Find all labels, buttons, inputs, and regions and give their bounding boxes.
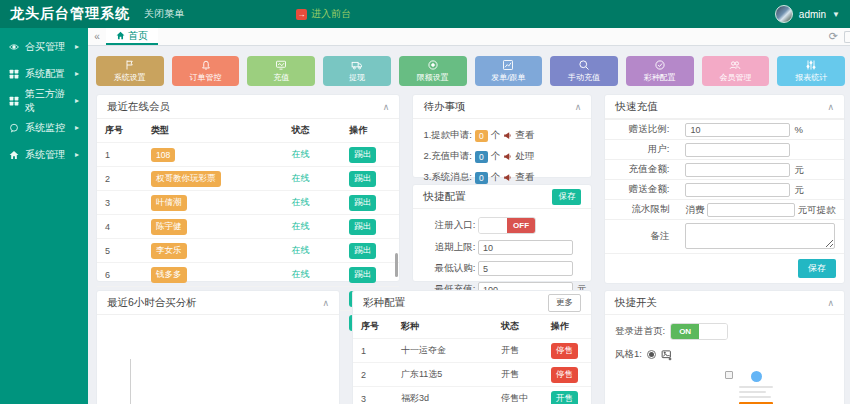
kick-button[interactable]: 踢出 bbox=[349, 147, 376, 163]
collapse-tabs-icon[interactable]: « bbox=[88, 31, 106, 42]
min-subscribe-input[interactable] bbox=[478, 261, 573, 276]
lottery-table: 序号 彩种 状态 操作 1十一运夺金开售停售 2广东11选5开售停售 3福彩3d… bbox=[353, 315, 591, 404]
chase-limit-input[interactable] bbox=[478, 240, 573, 255]
status-text: 在线 bbox=[283, 215, 341, 239]
collapse-icon[interactable]: ∧ bbox=[383, 102, 390, 112]
col-header: 操作 bbox=[543, 315, 591, 339]
sidebar-item-label: 系统配置 bbox=[25, 67, 65, 81]
quick-config-card: 快捷配置 保存 注册入口: OFF bbox=[412, 184, 592, 282]
enter-frontend-label: 进入前台 bbox=[311, 7, 351, 21]
quick-switch-body: 登录进首页: ON 风格1: bbox=[605, 315, 844, 404]
member-name-badge[interactable]: 钱多多 bbox=[151, 267, 187, 283]
save-button[interactable]: 保存 bbox=[552, 189, 581, 205]
table-row: 3叶倩潮在线踢出 bbox=[97, 191, 399, 215]
middle-column: 待办事项 ∧ 1.提款申请: 0 个 查看 bbox=[412, 94, 592, 284]
quick-button-member-manage[interactable]: 会员管理 bbox=[702, 56, 770, 86]
sidebar-item-label: 系统监控 bbox=[25, 121, 65, 135]
col-header: 类型 bbox=[143, 119, 283, 143]
quick-button-withdraw[interactable]: 提现 bbox=[323, 56, 391, 86]
image-add-icon[interactable] bbox=[661, 349, 673, 361]
sidebar-item-system-config[interactable]: 系统配置 ▸ bbox=[0, 60, 88, 87]
quick-button-manual-recharge[interactable]: 手动充值 bbox=[550, 56, 618, 86]
quick-button-lottery-config[interactable]: 彩种配置 bbox=[626, 56, 694, 86]
stop-sale-button[interactable]: 停售 bbox=[551, 367, 578, 383]
collapse-icon[interactable]: ∧ bbox=[322, 298, 329, 308]
quick-button-system-settings[interactable]: 系统设置 bbox=[96, 56, 164, 86]
style-preview-thumbnail[interactable] bbox=[737, 371, 775, 404]
save-button[interactable]: 保存 bbox=[798, 259, 836, 278]
form-row: 赠送比例: % bbox=[605, 120, 844, 140]
enter-frontend-link[interactable]: → 进入前台 bbox=[296, 7, 351, 21]
kick-button[interactable]: 踢出 bbox=[349, 243, 376, 259]
status-text: 停售中 bbox=[493, 387, 543, 404]
sidebar-item-system-monitor[interactable]: 系统监控 ▸ bbox=[0, 114, 88, 141]
search-icon bbox=[578, 59, 590, 71]
more-button[interactable]: 更多 bbox=[548, 294, 581, 312]
username: admin bbox=[799, 9, 826, 20]
toggle-on-label: ON bbox=[671, 324, 699, 339]
table-row: 6钱多多在线踢出 bbox=[97, 263, 399, 287]
scrollbar-thumb[interactable] bbox=[395, 253, 398, 277]
megaphone-icon bbox=[503, 173, 512, 182]
flag-icon bbox=[124, 59, 136, 71]
start-sale-button[interactable]: 开售 bbox=[551, 391, 578, 404]
recharge-amount-input[interactable] bbox=[685, 163, 790, 177]
sidebar-item-label: 合买管理 bbox=[25, 40, 65, 54]
style-radio[interactable] bbox=[647, 350, 656, 359]
user-menu[interactable]: admin ▼ bbox=[775, 5, 840, 23]
megaphone-icon bbox=[503, 152, 512, 161]
refresh-icon[interactable]: ⟳ bbox=[829, 30, 838, 43]
sidebar-item-system-manage[interactable]: 系统管理 ▸ bbox=[0, 141, 88, 168]
thumbnail-marker-icon bbox=[725, 371, 733, 379]
status-text: 在线 bbox=[283, 191, 341, 215]
config-field-row: 追期上限: bbox=[423, 240, 581, 255]
note-textarea[interactable] bbox=[685, 223, 835, 249]
member-name-badge[interactable]: 叶倩潮 bbox=[151, 195, 187, 211]
member-name-badge[interactable]: 李女乐 bbox=[151, 243, 187, 259]
content: 系统设置 订单管控 充值 提现 限额设置 bbox=[88, 46, 850, 404]
member-name-badge[interactable]: 108 bbox=[151, 148, 175, 162]
todo-action-link[interactable]: 查看 bbox=[515, 171, 534, 184]
quick-button-order-control[interactable]: 订单管控 bbox=[172, 56, 240, 86]
card-title: 待办事项 bbox=[423, 100, 465, 114]
user-input[interactable] bbox=[685, 143, 790, 157]
form-row: 用户: bbox=[605, 140, 844, 160]
status-text: 开售 bbox=[493, 339, 543, 363]
login-home-toggle[interactable]: ON bbox=[670, 323, 728, 340]
dashboard-page: 龙头后台管理系统 关闭菜单 → 进入前台 admin ▼ 合买管理 ▸ 系统配置… bbox=[0, 0, 850, 404]
col-header: 序号 bbox=[353, 315, 393, 339]
kick-button[interactable]: 踢出 bbox=[349, 267, 376, 283]
quick-button-report-stats[interactable]: 报表统计 bbox=[777, 56, 845, 86]
tab-menu-icon[interactable] bbox=[844, 31, 850, 43]
chevron-right-icon: ▸ bbox=[75, 96, 79, 105]
home-icon bbox=[116, 31, 125, 40]
todo-action-link[interactable]: 查看 bbox=[515, 129, 534, 142]
card-header: 彩种配置 更多 bbox=[353, 291, 591, 315]
bonus-amount-input[interactable] bbox=[685, 183, 790, 197]
quick-recharge-card: 快速充值 ∧ 赠送比例: % 用户: 充值金额: bbox=[604, 94, 845, 284]
flow-limit-input[interactable] bbox=[707, 203, 795, 217]
tab-home[interactable]: 首页 bbox=[106, 28, 158, 45]
collapse-icon[interactable]: ∧ bbox=[827, 298, 834, 308]
stop-sale-button[interactable]: 停售 bbox=[551, 343, 578, 359]
exit-to-front-icon: → bbox=[296, 9, 307, 20]
member-name-badge[interactable]: 权哥教你玩彩票 bbox=[151, 171, 221, 187]
register-toggle[interactable]: OFF bbox=[478, 217, 536, 234]
sidebar-item-hemai[interactable]: 合买管理 ▸ bbox=[0, 33, 88, 60]
collapse-icon[interactable]: ∧ bbox=[827, 102, 834, 112]
col-header: 序号 bbox=[97, 119, 143, 143]
kick-button[interactable]: 踢出 bbox=[349, 171, 376, 187]
kick-button[interactable]: 踢出 bbox=[349, 219, 376, 235]
quick-button-limit-settings[interactable]: 限额设置 bbox=[399, 56, 467, 86]
collapse-icon[interactable]: ∧ bbox=[575, 102, 582, 112]
member-name-badge[interactable]: 陈宇健 bbox=[151, 219, 187, 235]
bonus-ratio-input[interactable] bbox=[685, 123, 790, 137]
chevron-down-icon: ▼ bbox=[832, 10, 840, 19]
quick-button-recharge[interactable]: 充值 bbox=[247, 56, 315, 86]
close-menu-link[interactable]: 关闭菜单 bbox=[144, 7, 184, 21]
todo-action-link[interactable]: 处理 bbox=[515, 150, 534, 163]
config-field-row: 最低认购: bbox=[423, 261, 581, 276]
sidebar-item-third-party-games[interactable]: 第三方游戏 ▸ bbox=[0, 87, 88, 114]
kick-button[interactable]: 踢出 bbox=[349, 195, 376, 211]
quick-button-issue-follow[interactable]: 发单/跟单 bbox=[475, 56, 543, 86]
